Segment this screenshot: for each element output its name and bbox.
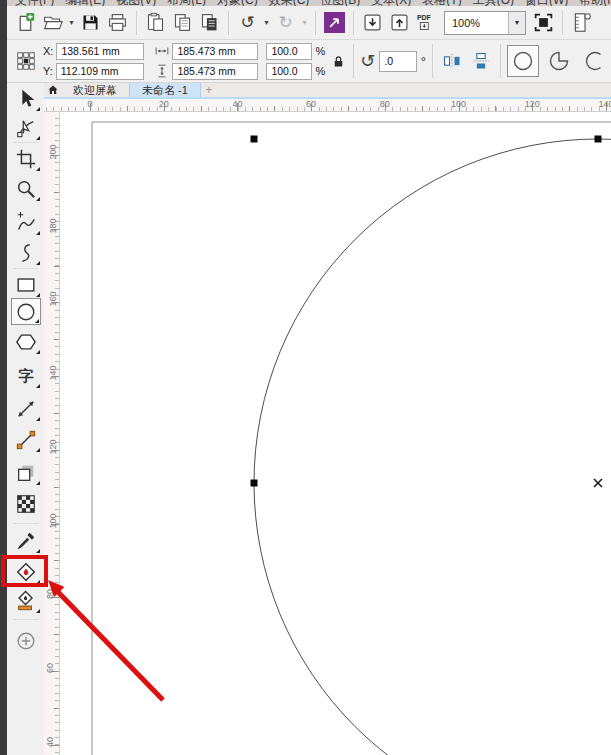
- tab-untitled-1[interactable]: 未命名 -1: [129, 83, 201, 97]
- pick-tool[interactable]: [11, 85, 41, 112]
- drawn-ellipse[interactable]: [254, 139, 611, 755]
- print-button[interactable]: [104, 9, 131, 36]
- rulers-button[interactable]: [568, 9, 595, 36]
- zoom-tool[interactable]: [11, 175, 41, 202]
- ruler-tick: [54, 560, 59, 561]
- selection-handle[interactable]: [251, 480, 258, 487]
- polygon-icon: [15, 331, 37, 353]
- text-tool[interactable]: 字: [11, 362, 41, 389]
- ruler-icon: [571, 12, 592, 33]
- zoom-dropdown-icon[interactable]: ▼: [508, 12, 525, 34]
- ruler-label: 160: [48, 292, 58, 307]
- zoom-level-combo[interactable]: 100%▼: [444, 11, 526, 35]
- ellipse-tool[interactable]: [11, 298, 41, 325]
- color-eyedropper-tool[interactable]: [11, 527, 41, 554]
- home-tab-button[interactable]: [44, 83, 61, 97]
- redo-flyout-caret-icon[interactable]: ▾: [299, 9, 310, 36]
- toolbox-separator: [13, 523, 38, 524]
- selection-handles[interactable]: [251, 136, 602, 487]
- percent-label-2: %: [315, 65, 325, 77]
- pie-mode-button[interactable]: [543, 45, 575, 77]
- object-height-field[interactable]: 185.473 mm: [172, 63, 258, 80]
- ruler-tick: [54, 339, 59, 340]
- standard-toolbar: ▾↺▾↻▾PDF100%▼: [7, 6, 611, 40]
- transparency-tool[interactable]: [11, 490, 41, 517]
- y-label: Y:: [43, 65, 53, 77]
- polygon-tool[interactable]: [11, 328, 41, 355]
- export-icon: [389, 12, 410, 33]
- toolbar-separator: [136, 11, 137, 35]
- ruler-label: 60: [45, 663, 55, 673]
- open-button[interactable]: [39, 9, 66, 36]
- fullscreen-preview-button[interactable]: [530, 9, 557, 36]
- ruler-tick: [54, 708, 59, 709]
- tab-welcome-screen[interactable]: 欢迎屏幕: [61, 83, 129, 97]
- ruler-label: 20: [159, 99, 169, 109]
- object-width-field[interactable]: 185.473 mm: [172, 43, 258, 60]
- object-center-marker[interactable]: [594, 479, 602, 487]
- artistic-media-tool[interactable]: [11, 239, 41, 266]
- rectangle-tool[interactable]: [11, 271, 41, 298]
- toolbox-separator: [13, 268, 38, 269]
- drop-shadow-tool[interactable]: [11, 459, 41, 486]
- paste-button[interactable]: [142, 9, 169, 36]
- window-edge-strip: [0, 0, 7, 755]
- mirror-horizontal-button[interactable]: [439, 51, 465, 71]
- pdf-icon: PDF: [416, 12, 437, 33]
- rotation-angle-field[interactable]: .0: [379, 51, 417, 72]
- publish-pdf-button[interactable]: PDF: [413, 9, 440, 36]
- connector-tool[interactable]: [11, 426, 41, 453]
- mirror-vertical-button[interactable]: [468, 51, 494, 71]
- open-flyout-caret-icon[interactable]: ▾: [66, 9, 77, 36]
- import-button[interactable]: [359, 9, 386, 36]
- document-tab-bar: 欢迎屏幕 未命名 -1 +: [44, 83, 611, 98]
- object-height-icon: [154, 64, 169, 78]
- new-tab-button[interactable]: +: [201, 83, 217, 97]
- text-tool-glyph: 字: [19, 368, 34, 383]
- ruler-label: 40: [232, 99, 242, 109]
- toolbox-separator: [13, 142, 38, 143]
- scale-horizontal-field[interactable]: 100.0: [266, 43, 312, 60]
- adds-button-icon: [15, 630, 37, 652]
- x-position-field[interactable]: 138.561 mm: [56, 43, 144, 60]
- launcher-icon: [324, 12, 345, 33]
- dimension-tool[interactable]: [11, 395, 41, 422]
- add-tools-button[interactable]: [11, 627, 41, 654]
- new-document-button[interactable]: [12, 9, 39, 36]
- redo-button[interactable]: ↻: [272, 9, 299, 36]
- vertical-ruler[interactable]: 200180160140120100806040: [44, 112, 60, 755]
- save-icon: [80, 12, 101, 33]
- app-launcher-button[interactable]: [321, 9, 348, 36]
- selection-handle[interactable]: [251, 136, 258, 143]
- ruler-tick: [127, 106, 128, 111]
- interactive-fill-tool[interactable]: [11, 558, 41, 585]
- dimension-icon: [15, 398, 37, 420]
- arc-mode-button[interactable]: [579, 45, 611, 77]
- crop-tool[interactable]: [11, 145, 41, 172]
- duplicate-button[interactable]: [196, 9, 223, 36]
- horizontal-ruler[interactable]: 020406080100120140: [44, 97, 611, 112]
- undo-button[interactable]: ↺: [234, 9, 261, 36]
- shape-tool[interactable]: [11, 114, 41, 141]
- ruler-label: 200: [48, 144, 58, 159]
- save-button[interactable]: [77, 9, 104, 36]
- copy-button[interactable]: [169, 9, 196, 36]
- connector-icon: [15, 429, 37, 451]
- drawing-canvas[interactable]: [60, 112, 611, 755]
- toolbox: 字: [7, 83, 44, 755]
- export-button[interactable]: [386, 9, 413, 36]
- ruler-label: 0: [87, 99, 92, 109]
- zoom-icon: [15, 178, 37, 200]
- smart-fill-tool[interactable]: [11, 587, 41, 614]
- selection-handle[interactable]: [595, 136, 602, 143]
- ruler-label: 40: [45, 737, 55, 747]
- y-position-field[interactable]: 112.109 mm: [56, 63, 144, 80]
- ruler-label: 180: [48, 218, 58, 233]
- ruler-tick: [54, 266, 59, 267]
- freehand-tool[interactable]: [11, 209, 41, 236]
- lock-ratio-icon[interactable]: [329, 54, 347, 69]
- scale-vertical-field[interactable]: 100.0: [266, 63, 312, 80]
- ellipse-mode-button[interactable]: [507, 45, 539, 77]
- ruler-tick: [422, 106, 423, 111]
- undo-flyout-caret-icon[interactable]: ▾: [261, 9, 272, 36]
